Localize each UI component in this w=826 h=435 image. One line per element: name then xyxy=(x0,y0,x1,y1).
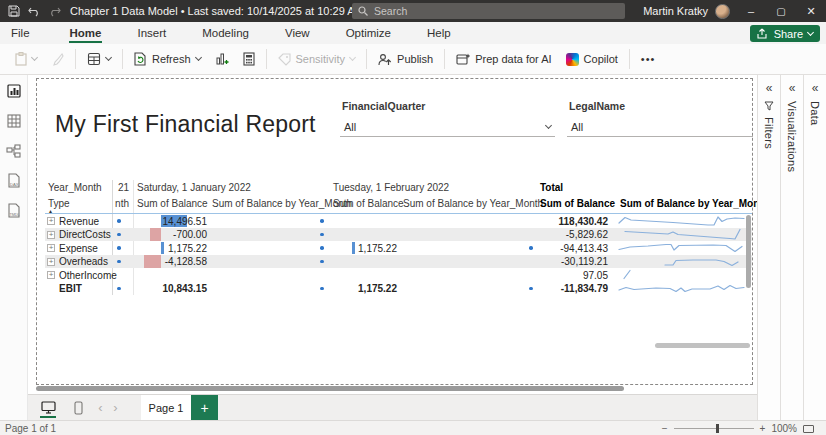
expand-pane-icon[interactable]: « xyxy=(766,81,773,95)
expand-icon[interactable]: + xyxy=(47,244,55,252)
table-row-ebit[interactable]: EBIT 10,843.15 1,175.22 -11,834.79 xyxy=(45,282,752,296)
matrix-horizontal-scrollbar[interactable] xyxy=(655,343,750,348)
expand-icon[interactable]: + xyxy=(47,271,55,279)
zoom-slider[interactable] xyxy=(674,428,754,429)
save-icon[interactable] xyxy=(4,0,24,22)
slicer-dropdown-legalname[interactable]: All xyxy=(567,118,753,137)
sparkline-dot xyxy=(117,260,121,264)
dax-query-view-icon[interactable]: DAX xyxy=(6,173,22,189)
matrix-sub-truncated[interactable]: nth xyxy=(111,198,129,209)
new-visual-button[interactable] xyxy=(208,47,236,71)
tab-help[interactable]: Help xyxy=(416,22,462,44)
desktop-layout-icon[interactable] xyxy=(33,395,63,420)
tab-home[interactable]: Home xyxy=(59,22,113,44)
filters-pane-collapsed[interactable]: « Filters xyxy=(757,75,780,420)
matrix-sub-feb-by-month[interactable]: Sum of Balance by Year_Month xyxy=(403,198,543,209)
data-pane-collapsed[interactable]: « Data xyxy=(803,75,826,420)
table-row-revenue[interactable]: + Revenue 14,496.51 118,430.42 xyxy=(45,214,752,228)
maximize-button[interactable]: ▢ xyxy=(766,0,796,22)
matrix-sub-total-by-month[interactable]: Sum of Balance by Year_Month xyxy=(620,198,757,209)
matrix-col-truncated[interactable]: 21 xyxy=(115,182,129,193)
redo-icon[interactable] xyxy=(44,0,64,22)
fit-to-page-icon[interactable] xyxy=(803,425,814,433)
tab-insert[interactable]: Insert xyxy=(126,22,177,44)
prep-data-ai-button[interactable]: Prep data for AI xyxy=(449,47,558,71)
new-measure-button[interactable] xyxy=(236,47,262,71)
document-title[interactable]: Chapter 1 Data Model • Last saved: 10/14… xyxy=(70,5,364,17)
slicer-dropdown-financialquarter[interactable]: All xyxy=(340,118,555,137)
visualizations-pane-collapsed[interactable]: « Visualizations xyxy=(780,75,803,420)
slicer-label-legalname: LegalName xyxy=(569,100,625,112)
sparkline-dot xyxy=(117,233,121,237)
matrix-vertical-scrollbar[interactable] xyxy=(746,215,751,288)
zoom-out-button[interactable]: − xyxy=(662,423,668,434)
more-options-button[interactable]: ••• xyxy=(634,47,663,71)
tab-page-1[interactable]: Page 1 xyxy=(141,395,191,420)
paintbrush-icon xyxy=(51,53,64,66)
mobile-layout-icon[interactable] xyxy=(63,395,93,420)
tab-file[interactable]: File xyxy=(0,22,41,44)
page-navigation-bar: ‹ › Page 1 + xyxy=(28,394,757,420)
undo-icon[interactable] xyxy=(24,0,44,22)
matrix-sub-total-balance[interactable]: Sum of Balance xyxy=(540,198,615,209)
tmdl-view-icon[interactable]: TMDL xyxy=(6,203,22,219)
slicer-value: All xyxy=(571,121,583,133)
zoom-slider-thumb[interactable] xyxy=(716,424,719,433)
matrix-sub-feb-balance[interactable]: Sum of Balance xyxy=(333,198,404,209)
publish-button[interactable]: Publish xyxy=(371,47,440,71)
sparkline-dot xyxy=(320,246,324,250)
expand-icon[interactable]: + xyxy=(47,258,55,266)
add-page-button[interactable]: + xyxy=(191,395,218,420)
tab-view[interactable]: View xyxy=(274,22,321,44)
previous-page-arrow[interactable]: ‹ xyxy=(93,395,108,420)
report-title-textbox[interactable]: My First Financial Report xyxy=(55,111,316,138)
matrix-col-group-jan[interactable]: Saturday, 1 January 2022 xyxy=(137,182,251,193)
table-row-otherincome[interactable]: + OtherIncome 97.05 xyxy=(45,268,752,282)
slicer-label-financialquarter: FinancialQuarter xyxy=(342,100,425,112)
refresh-button[interactable]: Refresh xyxy=(127,47,208,71)
matrix-visual[interactable]: Year_Month 21 Saturday, 1 January 2022 T… xyxy=(45,180,752,300)
tab-optimize[interactable]: Optimize xyxy=(335,22,402,44)
account-area[interactable]: Martin Kratky xyxy=(643,0,730,22)
format-painter-button[interactable] xyxy=(44,47,71,71)
sparkline-dot xyxy=(117,287,121,291)
table-view-icon[interactable] xyxy=(6,113,22,129)
sparkline-dot xyxy=(320,233,324,237)
share-button[interactable]: Share xyxy=(750,25,820,42)
sparkline-dot xyxy=(320,260,324,264)
zoom-in-button[interactable]: + xyxy=(760,423,766,434)
search-icon xyxy=(358,6,368,16)
share-label: Share xyxy=(774,28,803,40)
expand-icon[interactable]: + xyxy=(47,217,55,225)
table-row-overheads[interactable]: + Overheads -4,128.58 -30,119.21 xyxy=(45,255,752,269)
search-input[interactable]: Search xyxy=(352,3,625,19)
expand-pane-icon[interactable]: « xyxy=(789,81,796,95)
sensitivity-button[interactable]: Sensitivity xyxy=(271,47,363,71)
canvas-horizontal-scrollbar[interactable] xyxy=(36,386,624,391)
report-view-icon[interactable] xyxy=(6,83,22,99)
matrix-sub-jan-balance[interactable]: Sum of Balance xyxy=(137,198,208,209)
expand-icon[interactable]: + xyxy=(47,231,55,239)
avatar[interactable] xyxy=(715,4,730,19)
matrix-sub-jan-by-month[interactable]: Sum of Balance by Year_Month xyxy=(212,198,352,209)
sparkline-chart xyxy=(618,255,745,268)
table-row-directcosts[interactable]: + DirectCosts -700.00 -5,829.62 xyxy=(45,228,752,242)
paste-button[interactable] xyxy=(8,47,44,71)
matrix-col-group-feb[interactable]: Tuesday, 1 February 2022 xyxy=(333,182,449,193)
matrix-col-group-total[interactable]: Total xyxy=(540,182,563,193)
refresh-icon xyxy=(134,52,147,66)
tab-modeling[interactable]: Modeling xyxy=(191,22,260,44)
next-page-arrow[interactable]: › xyxy=(108,395,123,420)
matrix-col-dimension[interactable]: Year_Month xyxy=(48,182,102,193)
pane-label: Filters xyxy=(763,117,775,149)
minimize-button[interactable]: – xyxy=(736,0,766,22)
table-row-expense[interactable]: + Expense 1,175.22 1,175.22 -94,413.43 xyxy=(45,241,752,255)
close-button[interactable]: ✕ xyxy=(796,0,826,22)
copilot-button[interactable]: Copilot xyxy=(559,47,625,71)
get-data-button[interactable] xyxy=(80,47,118,71)
cell-total: -11,834.79 xyxy=(508,283,608,294)
cell-total: -94,413.43 xyxy=(508,243,608,254)
expand-pane-icon[interactable]: « xyxy=(812,81,819,95)
model-view-icon[interactable] xyxy=(6,143,22,159)
page-counter: Page 1 of 1 xyxy=(5,423,56,434)
